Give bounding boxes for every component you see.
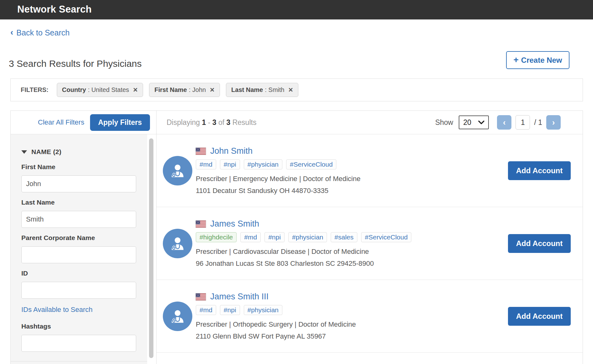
- chevron-down-icon: [478, 120, 484, 125]
- result-card-body: James Smith #highdecile #md #npi #physic…: [196, 219, 411, 268]
- remove-filter-icon[interactable]: ✕: [210, 86, 215, 94]
- hashtag-row: #highdecile #md #npi #physician #sales #…: [196, 232, 411, 242]
- results-from: 1: [202, 118, 206, 126]
- create-new-button[interactable]: + Create New: [506, 51, 569, 69]
- back-to-search-label: Back to Search: [16, 28, 70, 37]
- sidebar-section-divider: [11, 361, 147, 361]
- physician-name-link[interactable]: John Smith: [210, 146, 253, 156]
- parent-corporate-name-label: Parent Corporate Name: [21, 234, 147, 242]
- hashtags-label: Hashtags: [21, 323, 147, 330]
- previous-page-button[interactable]: ‹: [497, 115, 511, 130]
- collapse-triangle-icon: [21, 150, 27, 154]
- filter-sidebar: NAME (2) First Name Last Name Parent Cor…: [11, 134, 156, 364]
- app-header: Network Search: [0, 0, 593, 19]
- remove-filter-icon[interactable]: ✕: [133, 86, 138, 94]
- filter-chip-first-name[interactable]: First Name: John ✕: [149, 83, 220, 97]
- filter-panel: NAME (2) First Name Last Name Parent Cor…: [11, 134, 147, 364]
- create-new-label: Create New: [521, 56, 562, 65]
- hashtag-chip[interactable]: #md: [196, 159, 216, 169]
- page-size-group: Show 20: [435, 115, 489, 129]
- sidebar-toolbar: Clear All Filters Apply Filters: [11, 111, 156, 134]
- hashtag-chip[interactable]: #ServiceCloud: [361, 232, 412, 242]
- results-to: 3: [212, 118, 216, 126]
- show-label: Show: [435, 118, 453, 127]
- hashtag-chip[interactable]: #physician: [288, 232, 327, 242]
- filter-chip-value: : United States: [88, 86, 129, 94]
- filter-chip-list: Country: United States ✕ First Name: Joh…: [57, 83, 299, 97]
- hashtag-chip[interactable]: #sales: [331, 232, 357, 242]
- page-size-select[interactable]: 20: [459, 115, 489, 129]
- filter-chip-value: : Smith: [265, 86, 284, 94]
- result-card: James Smith III #md #npi #physician Pres…: [157, 280, 583, 353]
- name-section-title: NAME (2): [31, 148, 61, 156]
- pagination: ‹ 1 / 1 ›: [497, 115, 561, 130]
- physician-address: 1101 Decatur St Sandusky OH 44870-3335: [196, 187, 361, 195]
- name-section-header[interactable]: NAME (2): [21, 148, 147, 156]
- physician-name-link[interactable]: James Smith: [210, 219, 259, 229]
- plus-icon: +: [513, 55, 518, 65]
- hashtag-row: #md #npi #physician #ServiceCloud: [196, 159, 361, 169]
- filter-chip-name: Country: [62, 86, 86, 94]
- hashtag-row: #md #npi #physician: [196, 305, 356, 315]
- filter-chip-name: First Name: [154, 86, 187, 94]
- results-list: John Smith #md #npi #physician #ServiceC…: [156, 134, 583, 364]
- page-total-label: / 1: [534, 118, 542, 127]
- hashtag-chip[interactable]: #md: [196, 305, 216, 315]
- result-card-body: James Smith III #md #npi #physician Pres…: [196, 292, 356, 340]
- filter-chip-country[interactable]: Country: United States ✕: [57, 83, 143, 97]
- app-title: Network Search: [17, 0, 92, 19]
- hashtag-chip-highdecile[interactable]: #highdecile: [196, 232, 237, 242]
- last-name-label: Last Name: [21, 199, 147, 206]
- results-total: 3: [227, 118, 231, 126]
- physician-avatar-icon: [163, 302, 192, 331]
- result-name-row: John Smith: [196, 146, 361, 156]
- id-label: ID: [21, 270, 147, 277]
- hashtag-chip[interactable]: #npi: [220, 305, 240, 315]
- parent-corporate-name-input[interactable]: [21, 246, 136, 263]
- ids-available-link[interactable]: IDs Available to Search: [21, 306, 93, 314]
- add-account-button[interactable]: Add Account: [508, 307, 571, 326]
- add-account-button[interactable]: Add Account: [508, 234, 571, 253]
- physician-description: Prescriber | Emergency Medicine | Doctor…: [196, 175, 361, 183]
- apply-filters-button[interactable]: Apply Filters: [90, 114, 150, 131]
- results-count-text: Displaying 1 - 3 of 3 Results: [167, 118, 256, 127]
- main-content: Clear All Filters Apply Filters Displayi…: [10, 110, 583, 364]
- physician-address: 2110 Glenn Blvd SW Fort Payne AL 35967: [196, 332, 356, 340]
- filter-chip-value: : John: [189, 86, 206, 94]
- add-account-button[interactable]: Add Account: [508, 161, 571, 180]
- clear-all-filters-link[interactable]: Clear All Filters: [38, 118, 84, 126]
- filters-label: FILTERS:: [21, 86, 49, 94]
- next-page-button[interactable]: ›: [546, 115, 561, 130]
- hashtag-chip[interactable]: #npi: [220, 159, 240, 169]
- sidebar-scrollbar[interactable]: [149, 138, 153, 358]
- hashtag-chip[interactable]: #physician: [244, 159, 282, 169]
- results-toolbar: Displaying 1 - 3 of 3 Results Show 20 ‹ …: [156, 111, 583, 134]
- hashtag-chip[interactable]: #ServiceCloud: [286, 159, 337, 169]
- hashtags-input[interactable]: [21, 335, 136, 352]
- physician-avatar-icon: [163, 156, 192, 185]
- first-name-label: First Name: [21, 163, 147, 171]
- filter-chip-last-name[interactable]: Last Name: Smith ✕: [226, 83, 298, 97]
- physician-name-link[interactable]: James Smith III: [210, 292, 269, 302]
- filter-chip-name: Last Name: [231, 86, 263, 94]
- id-input[interactable]: [21, 282, 136, 299]
- result-name-row: James Smith: [196, 219, 411, 229]
- remove-filter-icon[interactable]: ✕: [288, 86, 293, 94]
- hashtag-chip[interactable]: #physician: [244, 305, 282, 315]
- last-name-input[interactable]: [21, 211, 136, 228]
- result-name-row: James Smith III: [196, 292, 356, 302]
- hashtag-chip[interactable]: #npi: [264, 232, 285, 242]
- physician-avatar-icon: [163, 229, 192, 258]
- physician-description: Prescriber | Orthopedic Surgery | Doctor…: [196, 320, 356, 329]
- result-card: John Smith #md #npi #physician #ServiceC…: [157, 134, 583, 207]
- result-card-body: John Smith #md #npi #physician #ServiceC…: [196, 146, 361, 195]
- page-title: 3 Search Results for Physicians: [9, 58, 142, 69]
- current-page-box[interactable]: 1: [516, 115, 530, 130]
- us-flag-icon: [196, 293, 206, 300]
- physician-description: Prescriber | Cardiovascular Disease | Do…: [196, 248, 411, 256]
- active-filters-bar: FILTERS: Country: United States ✕ First …: [10, 78, 583, 101]
- back-to-search-link[interactable]: ‹ Back to Search: [10, 28, 70, 37]
- us-flag-icon: [196, 148, 206, 155]
- hashtag-chip[interactable]: #md: [240, 232, 261, 242]
- first-name-input[interactable]: [21, 175, 136, 192]
